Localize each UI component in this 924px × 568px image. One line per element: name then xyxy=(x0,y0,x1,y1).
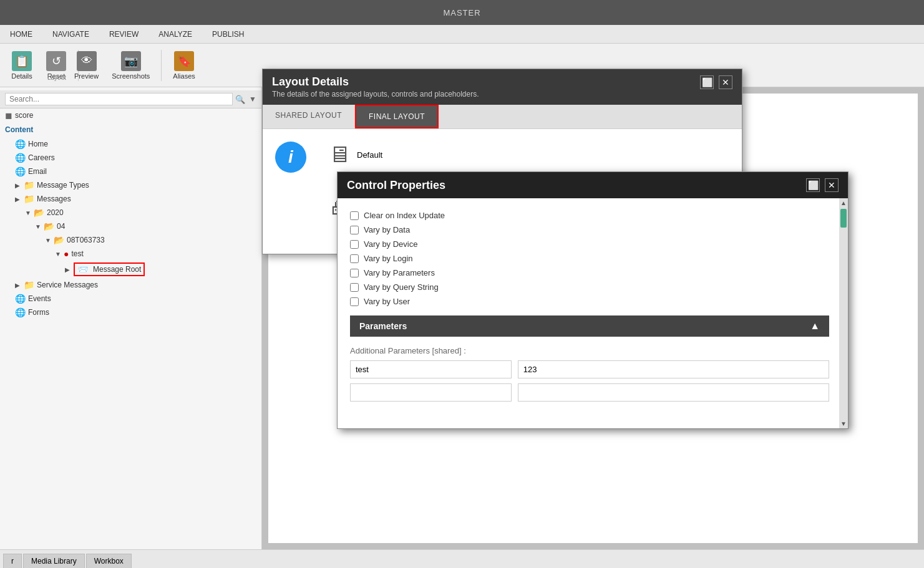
toggle-message-root[interactable]: ▶ xyxy=(65,266,72,273)
layout-dialog-close-button[interactable]: ✕ xyxy=(719,75,732,89)
toolbar-screenshots[interactable]: 📷 Screenshots xyxy=(107,49,155,82)
toggle-messages[interactable]: ▶ xyxy=(15,196,22,203)
control-dialog-maximize-button[interactable]: ⬜ xyxy=(806,178,820,192)
folder-08t063733-icon: 📂 xyxy=(54,235,64,245)
toggle-message-types[interactable]: ▶ xyxy=(15,182,22,189)
control-dialog-controls: ⬜ ✕ xyxy=(806,178,839,192)
tree-item-08t063733[interactable]: ▼ 📂 08T063733 xyxy=(0,233,261,247)
toolbar-details[interactable]: 📋 Details xyxy=(6,49,37,82)
layout-dialog-maximize-button[interactable]: ⬜ xyxy=(700,75,714,89)
control-dialog-title: Control Properties xyxy=(347,179,445,192)
message-root-icon: 📨 xyxy=(77,264,88,274)
tab-final-layout[interactable]: FINAL LAYOUT xyxy=(355,105,439,128)
parameters-collapse-icon[interactable]: ▲ xyxy=(810,320,820,332)
tree-item-2020[interactable]: ▼ 📂 2020 xyxy=(0,206,261,219)
params-value-1[interactable] xyxy=(518,360,829,378)
sidebar: 🔍 ▼ ◼ score Content 🌐 Home 🌐 Careers 🌐 E… xyxy=(0,87,262,549)
checkbox-vary-by-device-label: Vary by Device xyxy=(364,239,417,249)
careers-icon: 🌐 xyxy=(15,153,26,163)
checkbox-clear-on-index-input[interactable] xyxy=(350,211,359,220)
control-dialog-header: Control Properties ⬜ ✕ xyxy=(338,172,848,198)
test-label: test xyxy=(71,249,83,258)
folder-2020-label: 2020 xyxy=(47,208,64,217)
toggle-test[interactable]: ▼ xyxy=(55,251,62,258)
tree-item-email[interactable]: 🌐 Email xyxy=(0,165,261,178)
search-dropdown-icon[interactable]: ▼ xyxy=(249,95,256,103)
bottom-tab-media-library[interactable]: Media Library xyxy=(23,554,85,568)
default-label: Default xyxy=(357,150,382,160)
checkbox-vary-by-query-string-input[interactable] xyxy=(350,283,359,292)
params-key-1[interactable] xyxy=(350,360,512,378)
checkbox-vary-by-device: Vary by Device xyxy=(350,239,829,249)
tree-item-home[interactable]: 🌐 Home xyxy=(0,137,261,151)
events-icon: 🌐 xyxy=(15,294,26,304)
forms-icon: 🌐 xyxy=(15,307,26,317)
params-value-2[interactable] xyxy=(518,383,829,402)
search-input[interactable] xyxy=(5,93,233,105)
careers-label: Careers xyxy=(28,153,55,162)
parameters-section-label: Parameters xyxy=(359,321,407,331)
checkbox-vary-by-data-input[interactable] xyxy=(350,226,359,234)
checkbox-vary-by-query-string-label: Vary by Query String xyxy=(364,282,439,292)
checkbox-vary-by-parameters-label: Vary by Parameters xyxy=(364,268,435,277)
menu-home[interactable]: HOME xyxy=(6,30,36,39)
tree-item-careers[interactable]: 🌐 Careers xyxy=(0,151,261,165)
scroll-thumb[interactable] xyxy=(840,209,847,228)
test-dot-icon: ● xyxy=(64,249,69,259)
control-properties-dialog: Control Properties ⬜ ✕ Clear on Index Up… xyxy=(337,171,849,429)
aliases-icon: 🔖 xyxy=(174,51,194,71)
tree-item-forms[interactable]: 🌐 Forms xyxy=(0,306,261,319)
params-additional-label: Additional Parameters xyxy=(350,346,432,355)
search-icon[interactable]: 🔍 xyxy=(235,95,245,104)
checkbox-vary-by-login-label: Vary by Login xyxy=(364,254,413,263)
folder-04-icon: 📂 xyxy=(44,221,54,231)
menu-publish[interactable]: PUBLISH xyxy=(208,30,248,39)
toggle-08t063733[interactable]: ▼ xyxy=(45,237,52,244)
message-root-highlight: 📨 Message Root xyxy=(74,262,145,276)
checkbox-vary-by-login-input[interactable] xyxy=(350,254,359,263)
bottom-tab-r[interactable]: r xyxy=(3,554,22,568)
folder-04-label: 04 xyxy=(57,222,65,231)
toggle-2020[interactable]: ▼ xyxy=(25,209,32,216)
menu-bar: HOME NAVIGATE REVIEW ANALYZE PUBLISH xyxy=(0,25,924,44)
folder-2020-icon: 📂 xyxy=(34,208,44,218)
tab-shared-layout[interactable]: SHARED LAYOUT xyxy=(263,105,355,128)
checkbox-vary-by-parameters-input[interactable] xyxy=(350,269,359,277)
menu-navigate[interactable]: NAVIGATE xyxy=(49,30,93,39)
email-icon: 🌐 xyxy=(15,166,26,176)
tree-item-message-root[interactable]: ▶ 📨 Message Root xyxy=(0,261,261,278)
toggle-service-messages[interactable]: ▶ xyxy=(15,282,22,289)
scroll-down-arrow[interactable]: ▼ xyxy=(839,419,848,428)
tree-item-messages[interactable]: ▶ 📁 Messages xyxy=(0,192,261,206)
checkbox-vary-by-query-string: Vary by Query String xyxy=(350,282,829,292)
tree-item-events[interactable]: 🌐 Events xyxy=(0,292,261,306)
preview-icon: 👁 xyxy=(77,51,97,71)
params-colon: : xyxy=(464,346,466,355)
scroll-up-arrow[interactable]: ▲ xyxy=(839,198,848,208)
checkbox-vary-by-user-input[interactable] xyxy=(350,297,359,306)
tree-item-score[interactable]: ◼ score xyxy=(0,108,261,122)
checkbox-vary-by-device-input[interactable] xyxy=(350,240,359,249)
toolbar-preview[interactable]: 👁 Preview xyxy=(69,49,104,82)
tree-item-04[interactable]: ▼ 📂 04 xyxy=(0,219,261,233)
control-scrollbar: ▲ ▼ xyxy=(839,198,848,428)
menu-review[interactable]: REVIEW xyxy=(105,30,142,39)
toolbar-aliases[interactable]: 🔖 Aliases xyxy=(168,49,200,82)
tree-item-message-types[interactable]: ▶ 📁 Message Types xyxy=(0,178,261,192)
control-dialog-close-button[interactable]: ✕ xyxy=(825,178,839,192)
menu-analyze[interactable]: ANALYZE xyxy=(155,30,196,39)
layout-dialog-tabs: SHARED LAYOUT FINAL LAYOUT xyxy=(263,105,742,129)
forms-label: Forms xyxy=(28,308,49,317)
bottom-tab-workbox[interactable]: Workbox xyxy=(86,554,132,568)
tree-item-test[interactable]: ▼ ● test xyxy=(0,247,261,261)
messages-icon: 📁 xyxy=(24,194,34,204)
tree-item-service-messages[interactable]: ▶ 📁 Service Messages xyxy=(0,278,261,292)
params-key-2[interactable] xyxy=(350,383,512,402)
toggle-04[interactable]: ▼ xyxy=(35,223,42,230)
message-types-icon: 📁 xyxy=(24,180,34,190)
messages-label: Messages xyxy=(37,195,71,203)
message-root-label: Message Root xyxy=(93,265,141,274)
tree-category-content: Content xyxy=(0,122,261,137)
parameters-section-header: Parameters ▲ xyxy=(350,315,829,337)
control-dialog-body: Clear on Index Update Vary by Data Vary … xyxy=(338,198,848,428)
